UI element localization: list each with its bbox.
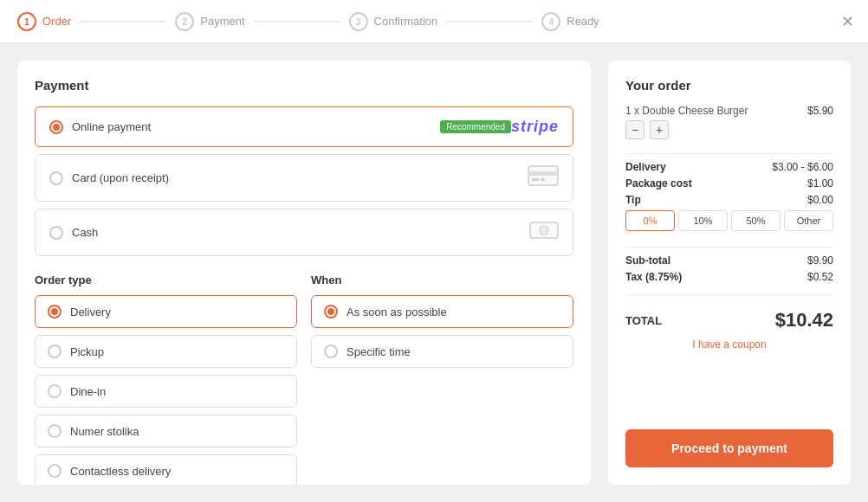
- delivery-summary-value: $3.00 - $6.00: [772, 161, 833, 173]
- subtotal-label: Sub-total: [625, 254, 670, 267]
- tip-other-button[interactable]: Other: [784, 210, 833, 231]
- package-label: Package cost: [625, 177, 692, 190]
- recommended-badge: Recommended: [440, 120, 511, 133]
- pickup-radio: [48, 344, 62, 358]
- order-item-row: 1 x Double Cheese Burger − + $5.90: [625, 105, 833, 139]
- total-value: $10.42: [775, 309, 833, 331]
- step-order[interactable]: 1 Order: [17, 12, 71, 31]
- total-label: TOTAL: [625, 314, 662, 327]
- delivery-label: Delivery: [70, 306, 111, 319]
- tip-0-button[interactable]: 0%: [625, 210, 675, 231]
- order-type-col: Order type Delivery Pickup Dine-in Numer…: [35, 274, 297, 485]
- stripe-logo: stripe: [511, 118, 559, 136]
- specific-time-radio: [324, 344, 338, 358]
- numer-stolika-option[interactable]: Numer stolika: [35, 415, 297, 447]
- svg-rect-2: [532, 178, 539, 181]
- qty-controls: − +: [625, 120, 748, 139]
- tax-row: Tax (8.75%) $0.52: [625, 271, 833, 283]
- tip-50-button[interactable]: 50%: [731, 210, 781, 231]
- contactless-option[interactable]: Contactless delivery: [35, 454, 297, 485]
- dine-in-label: Dine-in: [70, 385, 106, 398]
- tax-value: $0.52: [807, 271, 833, 283]
- stepper: 1 Order 2 Payment 3 Confirmation 4 Ready…: [0, 0, 868, 43]
- qty-plus-button[interactable]: +: [650, 120, 669, 139]
- cash-payment-label: Cash: [72, 226, 529, 239]
- proceed-to-payment-button[interactable]: Proceed to payment: [625, 429, 833, 467]
- asap-radio: [324, 305, 338, 319]
- online-payment-label: Online payment: [72, 120, 433, 133]
- card-payment-radio: [49, 171, 63, 185]
- coupon-link[interactable]: I have a coupon: [625, 338, 833, 351]
- order-item-price: $5.90: [807, 105, 833, 117]
- step-payment[interactable]: 2 Payment: [175, 12, 244, 31]
- online-payment-option[interactable]: Online payment Recommended stripe: [35, 106, 573, 147]
- cash-icon: [529, 220, 559, 245]
- dine-in-option[interactable]: Dine-in: [35, 375, 297, 408]
- qty-minus-button[interactable]: −: [625, 120, 645, 139]
- step-ready[interactable]: 4 Ready: [541, 12, 599, 31]
- pickup-label: Pickup: [70, 345, 104, 358]
- subtotal-value: $9.90: [807, 254, 833, 267]
- card-payment-label: Card (upon receipt): [72, 171, 528, 184]
- delivery-radio: [48, 305, 62, 319]
- close-button[interactable]: ✕: [841, 12, 854, 31]
- step-circle-1: 1: [17, 12, 36, 31]
- svg-rect-1: [528, 171, 558, 176]
- pickup-option[interactable]: Pickup: [35, 335, 297, 368]
- tip-label: Tip: [625, 194, 641, 206]
- package-row: Package cost $1.00: [625, 177, 833, 190]
- tip-value: $0.00: [807, 194, 833, 206]
- step-line-3: [446, 21, 533, 22]
- tip-buttons: 0% 10% 50% Other: [625, 210, 833, 231]
- package-value: $1.00: [807, 177, 833, 190]
- order-item-name: 1 x Double Cheese Burger: [625, 105, 748, 117]
- numer-label: Numer stolika: [70, 425, 139, 438]
- order-type-title: Order type: [35, 274, 297, 286]
- when-col: When As soon as possible Specific time: [311, 274, 573, 485]
- step-label-confirmation: Confirmation: [374, 15, 438, 28]
- step-label-order: Order: [42, 15, 71, 28]
- tip-10-button[interactable]: 10%: [678, 210, 728, 231]
- divider-1: [625, 153, 833, 154]
- step-line-1: [80, 21, 166, 22]
- asap-label: As soon as possible: [347, 306, 447, 319]
- step-circle-4: 4: [541, 12, 560, 31]
- order-type-when-section: Order type Delivery Pickup Dine-in Numer…: [35, 274, 573, 485]
- card-payment-option[interactable]: Card (upon receipt): [35, 154, 573, 202]
- svg-rect-3: [541, 178, 545, 181]
- step-line-2: [254, 21, 340, 22]
- cash-payment-radio: [49, 226, 63, 240]
- delivery-summary-label: Delivery: [625, 161, 666, 173]
- cash-payment-option[interactable]: Cash: [35, 209, 573, 256]
- online-payment-radio: [49, 120, 63, 134]
- step-label-payment: Payment: [200, 15, 244, 28]
- tip-row: Tip $0.00: [625, 194, 833, 206]
- your-order-title: Your order: [625, 78, 833, 93]
- contactless-label: Contactless delivery: [70, 465, 171, 478]
- dine-in-radio: [48, 384, 62, 398]
- divider-2: [625, 247, 833, 248]
- main-content: Payment Online payment Recommended strip…: [0, 43, 868, 502]
- svg-rect-4: [530, 222, 558, 238]
- right-panel: Your order 1 x Double Cheese Burger − + …: [608, 61, 851, 485]
- step-label-ready: Ready: [567, 15, 599, 28]
- asap-option[interactable]: As soon as possible: [311, 295, 573, 328]
- card-icon: [528, 165, 559, 190]
- step-circle-3: 3: [349, 12, 368, 31]
- divider-3: [625, 294, 833, 295]
- tax-label: Tax (8.75%): [625, 271, 682, 283]
- subtotal-row: Sub-total $9.90: [625, 254, 833, 267]
- step-circle-2: 2: [175, 12, 194, 31]
- when-title: When: [311, 274, 573, 286]
- specific-time-option[interactable]: Specific time: [311, 335, 573, 368]
- step-confirmation[interactable]: 3 Confirmation: [349, 12, 438, 31]
- total-row: TOTAL $10.42: [625, 309, 833, 331]
- numer-radio: [48, 424, 62, 438]
- left-panel: Payment Online payment Recommended strip…: [17, 61, 591, 485]
- delivery-option[interactable]: Delivery: [35, 295, 297, 328]
- contactless-radio: [48, 464, 62, 478]
- payment-title: Payment: [35, 78, 573, 93]
- delivery-row: Delivery $3.00 - $6.00: [625, 161, 833, 173]
- specific-time-label: Specific time: [347, 345, 411, 358]
